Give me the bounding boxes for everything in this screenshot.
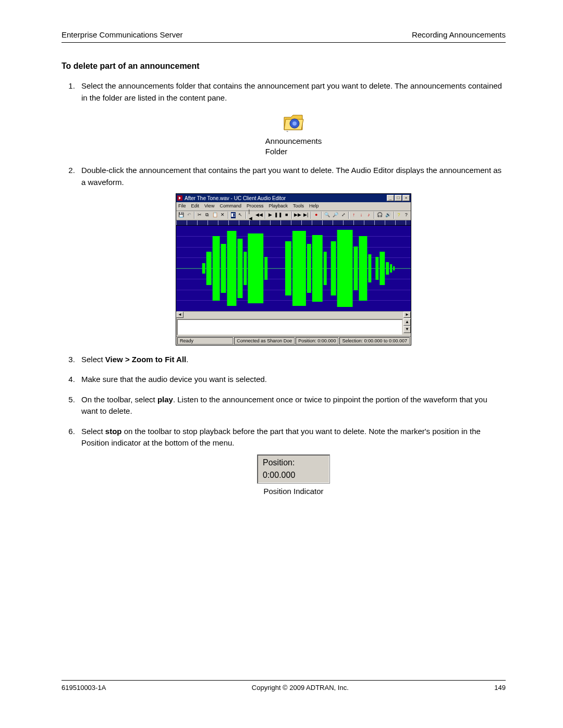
menu-view[interactable]: View <box>204 203 214 210</box>
step-1-text: Select the announcements folder that con… <box>81 81 502 102</box>
menu-command[interactable]: Command <box>219 203 241 210</box>
footer-docnum: 619510003-1A <box>62 684 106 692</box>
section-heading: To delete part of an announcement <box>62 61 506 71</box>
play-icon[interactable]: ▶ <box>267 212 273 219</box>
menu-edit[interactable]: Edit <box>191 203 200 210</box>
close-button[interactable]: × <box>402 195 410 201</box>
volume-up-icon[interactable]: ↑ <box>351 212 357 219</box>
footer-copyright: Copyright © 2009 ADTRAN, Inc. <box>252 684 349 692</box>
step-1: Select the announcements folder that con… <box>77 80 506 156</box>
maximize-button[interactable]: □ <box>395 195 402 201</box>
step-2: Double-click the announcement that conta… <box>77 165 506 346</box>
waveform-display[interactable] <box>176 226 411 311</box>
skip-start-icon[interactable]: |◀ <box>248 212 254 219</box>
status-selection: Selection: 0:00.000 to 0:00.007 <box>339 337 410 344</box>
zoom-out-icon[interactable]: 🔎 <box>332 212 339 219</box>
menu-tools[interactable]: Tools <box>293 203 304 210</box>
footer-pagenum: 149 <box>494 684 506 692</box>
status-ready: Ready <box>177 337 233 344</box>
copy-icon[interactable]: ⧉ <box>204 212 210 219</box>
scroll-up-icon[interactable]: ▲ <box>403 318 411 326</box>
cut-icon[interactable]: ✂ <box>197 212 202 219</box>
step-6-bold: stop <box>105 427 122 436</box>
menu-help[interactable]: Help <box>309 203 319 210</box>
scroll-right-icon[interactable]: ► <box>403 312 411 318</box>
menu-playback[interactable]: Playback <box>268 203 288 210</box>
select-icon[interactable]: ◧ <box>230 212 236 219</box>
window-title: After The Tone.wav - UC Client Audio Edi… <box>185 194 387 202</box>
svg-point-1 <box>292 121 297 126</box>
audio-editor-window: After The Tone.wav - UC Client Audio Edi… <box>176 193 411 346</box>
step-5-bold: play <box>157 395 173 404</box>
pause-icon[interactable]: ❚❚ <box>275 212 282 219</box>
waveform-icon <box>176 226 411 311</box>
page-header: Enterprise Communications Server Recordi… <box>62 30 506 43</box>
step-6: Select stop on the toolbar to stop playb… <box>77 426 506 498</box>
notes-textarea[interactable] <box>177 319 403 336</box>
notes-area: ▲ ▼ <box>176 318 411 336</box>
scroll-down-icon[interactable]: ▼ <box>403 326 411 333</box>
titlebar: After The Tone.wav - UC Client Audio Edi… <box>176 194 411 202</box>
status-position: Position: 0:00.000 <box>296 337 338 344</box>
status-connection: Connected as Sharon Doe <box>234 337 295 344</box>
position-indicator-figure: Position: 0:00.000 Position Indicator <box>81 454 506 498</box>
record-icon[interactable]: ● <box>313 212 319 219</box>
menubar: File Edit View Command Process Playback … <box>176 202 411 211</box>
step-3: Select View > Zoom to Fit All. <box>77 354 506 366</box>
page-footer: 619510003-1A Copyright © 2009 ADTRAN, In… <box>62 680 506 692</box>
skip-end-icon[interactable]: ▶| <box>303 212 309 219</box>
header-left: Enterprise Communications Server <box>62 30 183 39</box>
minimize-button[interactable]: _ <box>387 195 394 201</box>
folder-label: Announcements Folder <box>265 136 322 156</box>
menu-file[interactable]: File <box>178 203 186 210</box>
step-3-bold: View > Zoom to Fit All <box>105 355 186 364</box>
folder-icon <box>283 111 304 133</box>
zoom-in-icon[interactable]: 🔍 <box>324 212 331 219</box>
device-icon[interactable]: 🎧 <box>376 212 383 219</box>
scroll-left-icon[interactable]: ◄ <box>176 312 183 318</box>
undo-icon[interactable]: ↶ <box>186 212 192 219</box>
step-4-text: Make sure that the audio device you want… <box>81 375 267 384</box>
step-3-post: . <box>186 355 188 364</box>
delete-icon[interactable]: ✕ <box>220 212 226 219</box>
speaker-icon[interactable]: 🔊 <box>385 212 391 219</box>
step-6-post: on the toolbar to stop playback before t… <box>81 427 481 448</box>
header-right: Recording Announcements <box>412 30 506 39</box>
vertical-scrollbar[interactable]: ▲ ▼ <box>403 318 411 336</box>
step-4: Make sure that the audio device you want… <box>77 374 506 386</box>
rewind-icon[interactable]: ◀◀ <box>255 212 263 219</box>
step-5-pre: On the toolbar, select <box>81 395 157 404</box>
statusbar: Ready Connected as Sharon Doe Position: … <box>176 336 411 345</box>
paste-icon[interactable]: 📋 <box>212 212 218 219</box>
step-5: On the toolbar, select play. Listen to t… <box>77 394 506 417</box>
position-indicator-box: Position: 0:00.000 <box>257 454 330 484</box>
app-icon <box>177 195 182 201</box>
step-2-text: Double-click the announcement that conta… <box>81 166 501 187</box>
volume-down-icon[interactable]: ↓ <box>358 212 364 219</box>
help-icon[interactable]: ? <box>396 212 402 219</box>
zoom-fit-icon[interactable]: ⤢ <box>340 212 346 219</box>
fastfwd-icon[interactable]: ▶▶ <box>294 212 301 219</box>
save-icon[interactable]: 💾 <box>178 212 185 219</box>
whatsthis-icon[interactable]: ? <box>403 212 409 219</box>
horizontal-scrollbar[interactable]: ◄ ► <box>176 311 411 318</box>
toolbar: 💾 ↶ ✂ ⧉ 📋 ✕ ◧ ↖ |◀ ◀◀ ▶ ❚❚ ■ <box>176 211 411 220</box>
step-list: Select the announcements folder that con… <box>62 80 506 497</box>
step-6-pre: Select <box>81 427 105 436</box>
position-indicator-label: Position Indicator <box>263 486 323 498</box>
cursor-icon[interactable]: ↖ <box>238 212 243 219</box>
time-ruler[interactable] <box>176 220 411 226</box>
stop-icon[interactable]: ■ <box>284 212 289 219</box>
announcements-folder-figure: Announcements Folder <box>247 111 340 156</box>
step-3-pre: Select <box>81 355 105 364</box>
volume-icon[interactable]: ♪ <box>366 212 372 219</box>
scroll-track[interactable] <box>183 312 403 318</box>
